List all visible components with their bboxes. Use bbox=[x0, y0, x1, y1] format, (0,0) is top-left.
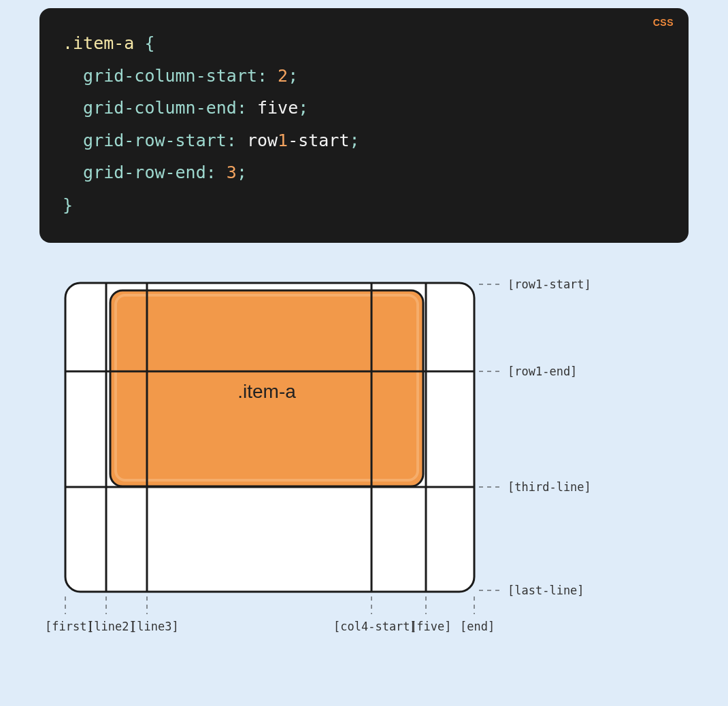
row-label-2: [third-line] bbox=[508, 480, 591, 494]
row-label-0: [row1-start] bbox=[508, 280, 591, 291]
row-labels: [row1-start] [row1-end] [third-line] [la… bbox=[479, 280, 591, 597]
code-content: .item-a { grid-column-start: 2; grid-col… bbox=[63, 27, 665, 221]
col-label-1: [line2] bbox=[87, 620, 136, 633]
css-code-block: CSS .item-a { grid-column-start: 2; grid… bbox=[39, 8, 689, 243]
row-label-1: [row1-end] bbox=[508, 365, 577, 378]
col-labels: [first] [line2] [line3] [col4-start] [fi… bbox=[45, 596, 495, 633]
language-badge: CSS bbox=[653, 17, 674, 28]
row-label-3: [last-line] bbox=[508, 584, 584, 597]
col-label-0: [first] bbox=[45, 620, 94, 633]
col-label-2: [line3] bbox=[130, 620, 179, 633]
code-selector: .item-a bbox=[63, 33, 134, 53]
grid-diagram-svg: .item-a [row1-start] [row1-end] [third-l… bbox=[39, 280, 693, 660]
code-open-brace: { bbox=[134, 33, 154, 53]
code-prop-3: grid-row-end bbox=[83, 163, 206, 182]
grid-item-a-label: .item-a bbox=[237, 381, 296, 402]
col-label-3: [col4-start] bbox=[333, 620, 417, 633]
code-prop-1: grid-column-end bbox=[83, 98, 237, 118]
col-label-4: [five] bbox=[410, 620, 451, 633]
code-prop-0: grid-column-start bbox=[83, 66, 257, 86]
code-prop-2: grid-row-start bbox=[83, 131, 227, 150]
code-close-brace: } bbox=[63, 195, 73, 215]
col-label-5: [end] bbox=[460, 620, 495, 633]
grid-diagram: .item-a [row1-start] [row1-end] [third-l… bbox=[39, 280, 689, 660]
